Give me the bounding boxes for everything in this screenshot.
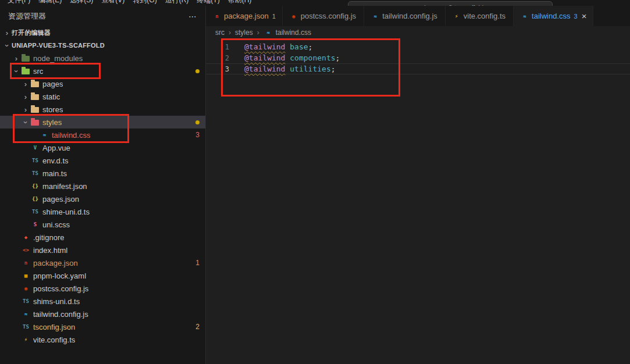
menu-item[interactable]: 编辑(E) — [34, 0, 66, 6]
explorer-title: 资源管理器 — [8, 11, 188, 22]
at-rule-token: @tailwind — [244, 65, 285, 73]
tab-label: postcss.config.js — [301, 12, 356, 20]
tree-item-index.html[interactable]: <>index.html — [0, 244, 205, 256]
npm-icon: n — [21, 260, 31, 266]
tree-item-shime-uni.d.ts[interactable]: TSshime-uni.d.ts — [0, 205, 205, 218]
tab-label: vite.config.ts — [464, 12, 506, 20]
punctuation-token: ; — [331, 65, 336, 73]
tree-item-static[interactable]: ›static — [0, 90, 205, 103]
tree-item-pages.json[interactable]: {}pages.json — [0, 192, 205, 205]
problem-count-badge: 1 — [272, 13, 276, 20]
tailwind-icon: ≈ — [21, 311, 31, 317]
open-editors-section[interactable]: › 打开的编辑器 — [0, 26, 205, 39]
html-icon: <> — [21, 247, 31, 253]
tree-item-label: main.ts — [42, 169, 67, 178]
tree-item-vite.config.ts[interactable]: ⚡vite.config.ts — [0, 333, 205, 346]
tab-tailwind.css[interactable]: ≈tailwind.css3× — [514, 6, 593, 26]
tree-item-tsconfig.json[interactable]: TStsconfig.json2 — [0, 320, 205, 333]
open-editors-label: 打开的编辑器 — [12, 28, 51, 37]
line-number: 2 — [206, 54, 229, 62]
window-title: uniapp-vue3-ts-scaffold — [417, 4, 483, 6]
tree-item-stores[interactable]: ›stores — [0, 103, 205, 116]
tree-item-postcss.config.js[interactable]: ◉postcss.config.js — [0, 282, 205, 295]
code-text: @tailwind base; — [229, 42, 312, 51]
menu-item[interactable]: 运行(R) — [161, 0, 193, 6]
tailwind-icon: ≈ — [371, 13, 380, 19]
tree-item-src[interactable]: ›src — [0, 65, 205, 77]
vite-icon: ⚡ — [452, 13, 461, 19]
tree-item-.gitignore[interactable]: ◆.gitignore — [0, 231, 205, 244]
tree-item-App.vue[interactable]: VApp.vue — [0, 141, 205, 154]
typescript-icon: TS — [30, 170, 40, 176]
code-text: @tailwind utilities; — [229, 65, 336, 73]
value-token: base — [290, 42, 308, 51]
project-root-row[interactable]: › UNIAPP-VUE3-TS-SCAFFOLD — [0, 39, 205, 52]
code-line-1[interactable]: 1@tailwind base; — [206, 41, 630, 52]
at-rule-token: @tailwind — [244, 53, 285, 62]
code-line-2[interactable]: 2@tailwind components; — [206, 52, 630, 63]
typescript-icon: TS — [21, 298, 31, 304]
tailwind-icon: ≈ — [520, 13, 529, 19]
typescript-icon: TS — [30, 209, 40, 215]
tsconfig-icon: TS — [21, 324, 31, 330]
menu-item[interactable]: 终端(T) — [193, 0, 223, 6]
typescript-icon: TS — [30, 158, 40, 163]
tab-postcss.config.js[interactable]: ◉postcss.config.js — [283, 6, 364, 26]
tree-item-label: styles — [42, 118, 62, 127]
tree-item-styles[interactable]: ›styles — [0, 116, 205, 129]
menu-item[interactable]: 帮助(H) — [224, 0, 256, 6]
tree-item-manifest.json[interactable]: {}manifest.json — [0, 180, 205, 192]
problem-count-badge: 2 — [195, 323, 200, 331]
menu-item[interactable]: 转到(G) — [129, 0, 161, 6]
tree-item-label: stores — [42, 105, 63, 114]
tree-item-node_modules[interactable]: ›node_modules — [0, 52, 205, 65]
chevron-right-icon: › — [21, 105, 30, 114]
chevron-down-icon: › — [22, 117, 30, 127]
line-number: 3 — [206, 65, 229, 73]
tree-item-pages[interactable]: ›pages — [0, 77, 205, 90]
tree-item-label: env.d.ts — [42, 156, 69, 165]
explorer-header: 资源管理器 ⋯ — [0, 6, 205, 26]
close-icon[interactable]: × — [582, 12, 587, 20]
tree-item-tailwind.css[interactable]: ≈tailwind.css3 — [0, 129, 205, 141]
more-actions-icon[interactable]: ⋯ — [188, 12, 197, 21]
tree-item-uni.scss[interactable]: Suni.scss — [0, 218, 205, 231]
tree-item-shims-uni.d.ts[interactable]: TSshims-uni.d.ts — [0, 295, 205, 308]
tree-item-label: App.vue — [42, 144, 70, 152]
modified-dot — [195, 120, 200, 124]
tree-item-label: node_modules — [33, 54, 83, 63]
tree-item-main.ts[interactable]: TSmain.ts — [0, 167, 205, 180]
tab-vite.config.ts[interactable]: ⚡vite.config.ts — [446, 6, 514, 26]
breadcrumb-item-styles[interactable]: styles — [235, 28, 253, 37]
project-name: UNIAPP-VUE3-TS-SCAFFOLD — [12, 42, 105, 49]
code-line-3[interactable]: 3@tailwind utilities; — [206, 63, 630, 74]
chevron-right-icon: › — [21, 92, 30, 101]
explorer-sidebar: 资源管理器 ⋯ › 打开的编辑器 › UNIAPP-VUE3-TS-SCAFFO… — [0, 6, 206, 364]
tree-item-label: shime-uni.d.ts — [42, 208, 90, 216]
tailwind-icon: ≈ — [264, 30, 273, 35]
folder-pages-icon — [31, 81, 39, 87]
command-center[interactable]: uniapp-vue3-ts-scaffold — [348, 1, 553, 6]
vue-icon: V — [30, 145, 40, 151]
code-editor[interactable]: 1@tailwind base;2@tailwind components;3@… — [206, 39, 630, 364]
chevron-right-icon: › — [2, 28, 12, 37]
chevron-right-icon: › — [12, 54, 21, 63]
tree-item-tailwind.config.js[interactable]: ≈tailwind.config.js — [0, 308, 205, 320]
breadcrumb-separator: › — [229, 28, 231, 37]
tree-item-package.json[interactable]: npackage.json1 — [0, 256, 205, 269]
vscode-window: 文件(F)编辑(E)选择(S)查看(V)转到(G)运行(R)终端(T)帮助(H)… — [0, 0, 630, 364]
tree-item-env.d.ts[interactable]: TSenv.d.ts — [0, 154, 205, 167]
breadcrumb-item-src[interactable]: src — [215, 28, 225, 37]
tree-item-pnpm-lock.yaml[interactable]: ▦pnpm-lock.yaml — [0, 269, 205, 282]
breadcrumb: src›styles›≈tailwind.css — [206, 26, 630, 39]
folder-styles-icon — [31, 120, 39, 126]
menu-item[interactable]: 文件(F) — [3, 0, 34, 6]
tree-item-label: package.json — [33, 259, 78, 267]
tab-tailwind.config.js[interactable]: ≈tailwind.config.js — [364, 6, 446, 26]
postcss-icon: ◉ — [289, 13, 298, 19]
breadcrumb-item-tailwind.css[interactable]: tailwind.css — [276, 28, 311, 37]
menu-item[interactable]: 查看(V) — [97, 0, 129, 6]
tree-item-label: .gitignore — [33, 233, 64, 242]
menu-item[interactable]: 选择(S) — [66, 0, 97, 6]
tab-package.json[interactable]: npackage.json1 — [206, 6, 283, 26]
